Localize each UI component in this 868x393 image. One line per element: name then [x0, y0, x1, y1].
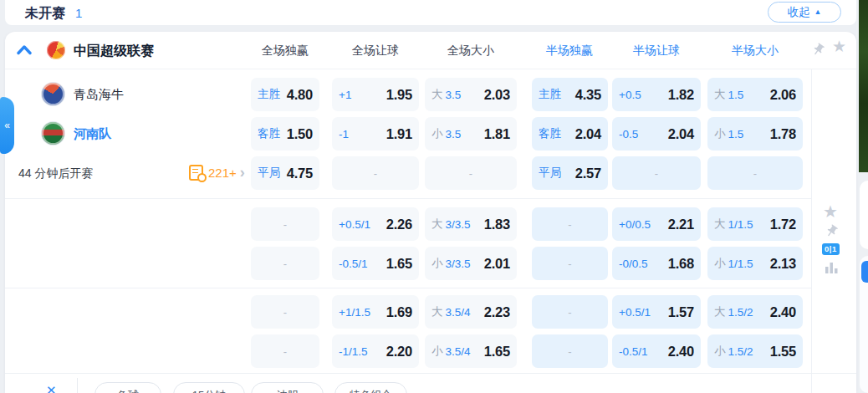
odds-line: 3.5/4 [446, 306, 471, 319]
close-markets-icon[interactable]: ✕ [46, 384, 57, 393]
odds-cell-empty: - [532, 247, 608, 280]
tab-15min[interactable]: 15分钟 [173, 382, 245, 393]
odds-cell[interactable]: +0/0.52.21 [612, 207, 701, 241]
odds-value: 1.65 [484, 344, 510, 360]
odds-cell[interactable]: -1/1.52.20 [332, 334, 419, 368]
away-team-name[interactable]: 河南队 [74, 126, 111, 142]
odds-line: 1.5/2 [728, 345, 753, 358]
odds-line: 3.5 [446, 89, 462, 101]
tab-special-combo[interactable]: 特色组合 [334, 382, 407, 393]
column-header-half-total: 半场大小 [705, 43, 805, 59]
odds-label: 大 [714, 87, 726, 102]
column-header-half-handicap: 半场让球 [606, 43, 707, 59]
odds-cell[interactable]: 主胜4.80 [251, 78, 319, 111]
odds-label: +0/0.5 [619, 218, 651, 231]
home-team-name[interactable]: 青岛海牛 [74, 87, 124, 103]
odds-value: 1.57 [668, 304, 694, 320]
odds-cell-empty: - [532, 207, 608, 241]
odds-cell[interactable]: 小3/3.52.01 [425, 247, 517, 280]
odds-label: 客胜 [258, 126, 280, 141]
odds-cell[interactable]: 大3.52.03 [425, 78, 517, 111]
odds-cell[interactable]: +0.5/11.57 [612, 295, 701, 329]
column-header-half-win: 半场独赢 [519, 43, 620, 59]
odds-cell[interactable]: 平局2.57 [532, 156, 608, 190]
odds-cell[interactable]: 大1.5/22.40 [707, 295, 803, 329]
sidebar-collapse-handle[interactable]: « [0, 97, 14, 154]
column-header-full-total: 全场大小 [421, 43, 521, 59]
favorite-star-icon[interactable]: ★ [823, 203, 838, 220]
odds-cell[interactable]: -0.5/12.40 [612, 334, 701, 368]
odds-cell[interactable]: 小3.5/41.65 [425, 334, 517, 368]
odds-value: 1.91 [386, 126, 412, 142]
odds-cell[interactable]: -0.52.04 [612, 117, 701, 151]
odds-cell[interactable]: 客胜1.50 [251, 117, 319, 151]
odds-cell[interactable]: 小1/1.52.13 [707, 247, 803, 280]
odds-cell[interactable]: 小1.5/21.55 [707, 334, 803, 368]
odds-label: -1 [339, 128, 349, 140]
pin-icon[interactable] [811, 43, 825, 57]
odds-label: 小 [714, 126, 726, 141]
odds-label: 客胜 [539, 126, 561, 141]
odds-cell[interactable]: 主胜4.35 [532, 78, 608, 111]
odds-cell[interactable]: 客胜2.04 [532, 117, 608, 151]
odds-line: 1/1.5 [728, 218, 753, 231]
star-icon[interactable]: ★ [832, 38, 846, 54]
stats-bars-icon[interactable] [825, 261, 839, 273]
odds-cell[interactable]: 小3.51.81 [425, 117, 517, 151]
markets-count: 221+ [208, 166, 237, 180]
odds-cell[interactable]: -0/0.51.68 [612, 247, 701, 280]
odds-value: 2.20 [386, 344, 412, 360]
odds-value: 4.35 [575, 87, 601, 103]
odds-cell-empty: - [425, 156, 517, 190]
odds-value: 1.95 [386, 87, 412, 103]
odds-line: 1.5 [728, 128, 744, 140]
league-logo-icon [47, 41, 65, 59]
odds-value: 1.50 [287, 126, 313, 142]
odds-cell[interactable]: +0.5/12.26 [332, 207, 419, 241]
odds-label: +0.5 [619, 89, 641, 101]
odds-label: +1 [339, 89, 351, 101]
odds-cell[interactable]: 平局4.75 [251, 156, 319, 190]
odds-value: 2.40 [770, 304, 796, 320]
odds-label: 平局 [258, 166, 280, 181]
odds-cell[interactable]: 大3.5/42.23 [425, 295, 517, 329]
odds-value: 1.55 [770, 344, 796, 360]
odds-value: 1.72 [770, 217, 796, 232]
odds-cell[interactable]: -0.5/11.65 [332, 247, 419, 280]
odds-cell-empty: - [251, 207, 319, 241]
odds-cell[interactable]: 大1.52.06 [707, 78, 803, 111]
odds-value: 2.21 [668, 217, 694, 232]
odds-label: 小 [714, 344, 726, 359]
chevron-up-icon[interactable] [17, 44, 32, 55]
odds-label: +0.5/1 [339, 218, 370, 231]
odds-line: 1/1.5 [728, 258, 753, 270]
odds-cell[interactable]: +11.95 [332, 78, 419, 111]
top-status-bar: 未开赛 1 收起 ▲ [5, 0, 856, 25]
odds-cell[interactable]: 大1/1.51.72 [707, 207, 803, 241]
score-badge[interactable]: 0|1 [822, 243, 840, 255]
odds-value: 2.03 [484, 87, 510, 103]
tab-correct-score[interactable]: 波胆 [251, 382, 324, 393]
collapse-section-button[interactable]: 收起 ▲ [768, 2, 841, 23]
odds-value: 1.78 [770, 126, 796, 142]
odds-cell[interactable]: +0.51.82 [612, 78, 701, 111]
odds-cell[interactable]: 大3/3.51.83 [425, 207, 517, 241]
odds-label: -1/1.5 [339, 345, 368, 358]
empty-odds-dash: - [655, 167, 658, 180]
odds-cell[interactable]: -11.91 [332, 117, 419, 151]
match-count: 1 [75, 6, 82, 20]
pin-match-icon[interactable] [825, 224, 839, 238]
group-separator [5, 288, 811, 288]
odds-cell[interactable]: +1/1.51.69 [332, 295, 419, 329]
odds-line: 3/3.5 [446, 218, 471, 231]
empty-odds-dash: - [568, 345, 571, 358]
odds-value: 2.04 [575, 126, 601, 142]
bottom-bar-divider [5, 373, 856, 374]
column-header-full-win: 全场独赢 [235, 43, 335, 59]
more-markets-button[interactable]: 221+ › [189, 163, 245, 181]
group-separator [5, 198, 811, 199]
odds-value: 1.68 [668, 256, 694, 272]
tab-corners[interactable]: 角球 [94, 382, 161, 393]
odds-cell[interactable]: 小1.51.78 [707, 117, 803, 151]
odds-label: +0.5/1 [619, 306, 651, 319]
